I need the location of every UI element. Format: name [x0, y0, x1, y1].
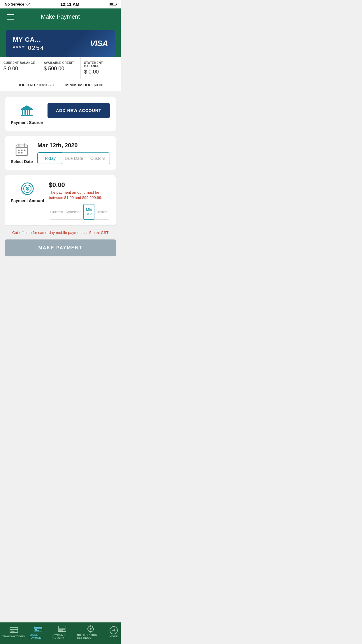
min-due-item: MINIMUM DUE: $0.00 — [65, 83, 103, 87]
hamburger-line-2 — [7, 17, 14, 18]
calendar-icon — [14, 142, 29, 157]
add-new-account-button[interactable]: ADD NEW ACCOUNT — [48, 103, 110, 118]
make-payment-button[interactable]: MAKE PAYMENT — [5, 239, 116, 256]
svg-rect-1 — [22, 110, 23, 115]
main-content: Payment Source ADD NEW ACCOUNT — [0, 91, 121, 292]
date-option-due-date[interactable]: Due Date — [62, 153, 86, 164]
dollar-icon: $ — [20, 181, 35, 196]
select-date-card: Select Date Mar 12th, 2020 Today Due Dat… — [5, 136, 116, 170]
status-left: No Service — [5, 2, 30, 6]
bank-icon — [19, 103, 34, 118]
current-date-display: Mar 12th, 2020 — [37, 142, 110, 149]
status-bar: No Service 12:11 AM — [0, 0, 121, 8]
page-title: Make Payment — [41, 13, 80, 20]
svg-rect-4 — [29, 110, 30, 115]
hamburger-line-3 — [7, 19, 14, 20]
status-right — [110, 3, 116, 6]
svg-point-13 — [21, 149, 22, 151]
wifi-icon — [25, 3, 30, 6]
payment-source-content: ADD NEW ACCOUNT — [48, 103, 110, 118]
amount-option-current[interactable]: Current — [49, 204, 64, 219]
available-credit-item: AVAILABLE CREDIT $ 500.00 — [40, 57, 80, 79]
select-date-label: Select Date — [11, 159, 33, 164]
payment-amount-icon-area: $ Payment Amount — [11, 181, 44, 203]
payment-amount-content: $0.00 The payment amount must be between… — [49, 181, 110, 220]
cutoff-notice: Cut-off time for same-day mobile payment… — [5, 230, 116, 235]
payment-amount-label: Payment Amount — [11, 198, 44, 203]
payment-amount-card: $ Payment Amount $0.00 The payment amoun… — [5, 175, 116, 226]
battery-icon — [110, 3, 116, 6]
available-credit-label: AVAILABLE CREDIT — [44, 61, 77, 64]
amount-option-statement[interactable]: Statement — [64, 204, 84, 219]
svg-rect-3 — [27, 110, 28, 115]
select-date-icon-area: Select Date — [11, 142, 33, 164]
select-date-content: Mar 12th, 2020 Today Due Date Custom — [37, 142, 110, 164]
visa-logo: VISA — [90, 39, 108, 48]
carrier-text: No Service — [5, 2, 24, 6]
payment-source-label: Payment Source — [11, 120, 43, 125]
amount-options-group: Current Statement Min Due Custom — [49, 204, 110, 220]
card-info: MY CA... **** 0254 — [13, 36, 44, 51]
statement-balance-item: STATEMENT BALANCE $ 0.00 — [81, 57, 121, 79]
due-date-label: DUE DATE: — [17, 83, 38, 87]
amount-display: $0.00 — [49, 181, 110, 189]
min-due-value: $0.00 — [94, 83, 103, 87]
payment-source-card: Payment Source ADD NEW ACCOUNT — [5, 97, 116, 131]
hamburger-button[interactable] — [6, 13, 15, 21]
svg-point-15 — [18, 152, 20, 153]
svg-rect-9 — [16, 147, 28, 148]
balance-row: CURRENT BALANCE $ 0.00 AVAILABLE CREDIT … — [0, 57, 121, 79]
svg-point-16 — [21, 152, 22, 153]
card-name: MY CA... — [13, 36, 44, 43]
card-display: MY CA... **** 0254 VISA — [6, 30, 115, 57]
svg-marker-6 — [21, 105, 33, 109]
card-section: MY CA... **** 0254 VISA — [0, 25, 121, 57]
hamburger-line-1 — [7, 14, 14, 15]
amount-error-message: The payment amount must be between $1.00… — [49, 190, 110, 200]
current-balance-item: CURRENT BALANCE $ 0.00 — [0, 57, 40, 79]
due-row: DUE DATE: 03/20/20 MINIMUM DUE: $0.00 — [0, 79, 121, 91]
svg-point-12 — [18, 149, 20, 151]
current-balance-value: $ 0.00 — [3, 66, 36, 72]
svg-rect-2 — [24, 110, 26, 115]
statement-balance-label: STATEMENT BALANCE — [84, 61, 117, 68]
svg-point-14 — [24, 149, 25, 151]
svg-rect-0 — [21, 109, 33, 110]
amount-option-min-due[interactable]: Min Due — [83, 204, 94, 220]
date-options-group: Today Due Date Custom — [37, 152, 110, 164]
due-date-item: DUE DATE: 03/20/20 — [17, 83, 54, 87]
min-due-label: MINIMUM DUE: — [65, 83, 93, 87]
current-balance-label: CURRENT BALANCE — [3, 61, 36, 64]
date-option-custom[interactable]: Custom — [86, 153, 110, 164]
payment-source-icon-area: Payment Source — [11, 103, 43, 125]
amount-option-custom[interactable]: Custom — [94, 204, 110, 219]
statement-balance-value: $ 0.00 — [84, 69, 117, 75]
svg-rect-7 — [22, 115, 32, 116]
card-number: **** 0254 — [13, 45, 44, 51]
status-time: 12:11 AM — [60, 2, 79, 7]
app-header: Make Payment — [0, 8, 121, 25]
date-option-today[interactable]: Today — [37, 152, 62, 164]
svg-text:$: $ — [26, 186, 29, 192]
due-date-value: 03/20/20 — [39, 83, 54, 87]
available-credit-value: $ 500.00 — [44, 66, 77, 72]
